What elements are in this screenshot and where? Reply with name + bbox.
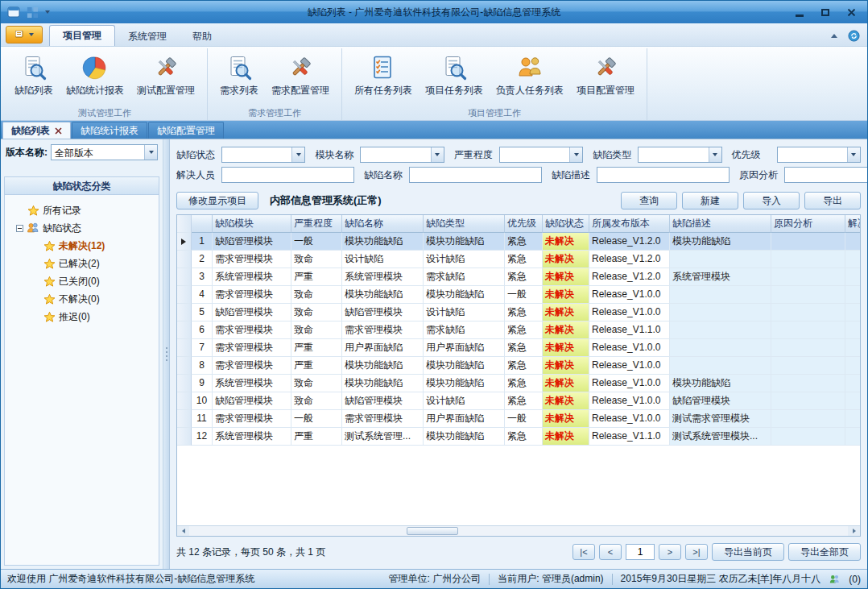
grid-cell-1-8 xyxy=(771,251,845,268)
version-select[interactable]: 全部版本 xyxy=(51,144,158,160)
filter-combo-r1-2[interactable] xyxy=(499,147,583,163)
last-page-button[interactable]: >| xyxy=(685,544,708,560)
ribbon-button-0-1[interactable]: 缺陷统计报表 xyxy=(60,50,130,106)
ribbon-tab-0[interactable]: 项目管理 xyxy=(49,25,115,46)
tree-item-4[interactable]: 已关闭(0) xyxy=(6,272,157,290)
ribbon-button-2-1[interactable]: 项目任务列表 xyxy=(419,50,490,106)
dropdown-icon[interactable] xyxy=(431,147,444,162)
column-header-3[interactable]: 缺陷类型 xyxy=(424,215,505,233)
column-header-0[interactable]: 缺陷模块 xyxy=(213,215,291,233)
column-header-4[interactable]: 优先级 xyxy=(505,215,543,233)
task-list-icon xyxy=(370,54,397,81)
tree-item-0[interactable]: 所有记录 xyxy=(6,201,157,219)
scrollbar-thumb[interactable] xyxy=(407,527,458,535)
import-button[interactable]: 导入 xyxy=(743,192,800,209)
first-page-button[interactable]: |< xyxy=(572,544,595,560)
ribbon-collapse-icon[interactable] xyxy=(827,29,841,42)
search-doc-icon xyxy=(225,54,253,81)
column-header-9[interactable]: 解决 xyxy=(845,215,860,233)
table-row[interactable]: 3系统管理模块严重系统管理模块需求缺陷紧急未解决Release_V1.2.0系统… xyxy=(177,268,860,286)
table-row[interactable]: 12系统管理模块严重测试系统管理...模块功能缺陷紧急未解决Release_V1… xyxy=(177,428,860,446)
page-number-input[interactable] xyxy=(626,544,655,560)
doc-tab-1[interactable]: 缺陷统计报表 xyxy=(72,122,147,139)
tree-item-2[interactable]: 未解决(12) xyxy=(6,237,157,255)
tree-item-6[interactable]: 推迟(0) xyxy=(6,308,157,326)
column-header-7[interactable]: 缺陷描述 xyxy=(670,215,771,233)
tree-item-3[interactable]: 已解决(2) xyxy=(6,255,157,272)
scrollbar-track[interactable] xyxy=(189,526,848,536)
table-row[interactable]: 9系统管理模块致命模块功能缺陷模块功能缺陷紧急未解决Release_V1.0.0… xyxy=(177,375,860,392)
table-row[interactable]: 10缺陷管理模块致命缺陷管理模块设计缺陷紧急未解决Release_V1.0.0缺… xyxy=(177,392,860,410)
filter-input-r2-1[interactable] xyxy=(409,167,542,183)
grid-cell-0-2: 模块功能缺陷 xyxy=(342,233,424,251)
ribbon-button-2-3[interactable]: 项目配置管理 xyxy=(570,50,641,106)
table-row[interactable]: 5缺陷管理模块致命缺陷管理模块设计缺陷紧急未解决Release_V1.0.0 xyxy=(177,304,860,321)
dropdown-icon[interactable] xyxy=(847,147,860,162)
ribbon-button-2-0[interactable]: 所有任务列表 xyxy=(348,50,419,106)
tree-item-5[interactable]: 不解决(0) xyxy=(6,290,157,308)
table-row[interactable]: 4需求管理模块致命模块功能缺陷模块功能缺陷一般未解决Release_V1.0.0 xyxy=(177,286,860,304)
new-button[interactable]: 新建 xyxy=(682,192,738,209)
filter-field-r2-1: 缺陷名称 xyxy=(364,166,542,184)
table-row[interactable]: 2需求管理模块致命设计缺陷设计缺陷紧急未解决Release_V1.2.0 xyxy=(177,251,860,268)
ribbon-tab-2[interactable]: 帮助 xyxy=(180,27,225,46)
column-header-6[interactable]: 所属发布版本 xyxy=(589,215,670,233)
sidebar-splitter[interactable] xyxy=(163,139,170,569)
table-row[interactable]: 1缺陷管理模块一般模块功能缺陷模块功能缺陷紧急未解决Release_V1.2.0… xyxy=(177,233,860,251)
doc-tab-2[interactable]: 缺陷配置管理 xyxy=(148,122,224,139)
grid-rows-area: 缺陷模块严重程度缺陷名称缺陷类型优先级缺陷状态所属发布版本缺陷描述原因分析解决1… xyxy=(177,215,860,525)
table-row[interactable]: 7需求管理模块严重用户界面缺陷用户界面缺陷紧急未解决Release_V1.0.0 xyxy=(177,339,860,357)
query-button[interactable]: 查询 xyxy=(621,192,677,209)
version-dropdown-icon[interactable] xyxy=(144,145,157,160)
tab-close-icon[interactable] xyxy=(55,127,62,135)
ribbon-tab-1[interactable]: 系统管理 xyxy=(115,27,180,46)
grid-cell-4-3: 设计缺陷 xyxy=(424,304,505,321)
grid-cell-10-8 xyxy=(771,410,845,428)
filter-combo-r1-4[interactable] xyxy=(777,147,861,163)
minimize-button[interactable] xyxy=(787,3,812,21)
close-button[interactable] xyxy=(838,3,864,21)
ribbon-button-1-1[interactable]: 需求配置管理 xyxy=(265,50,336,106)
scroll-left-icon[interactable] xyxy=(177,526,189,536)
export-button[interactable]: 导出 xyxy=(804,192,861,209)
export-all-pages-button[interactable]: 导出全部页 xyxy=(788,543,861,561)
grid-cell-6-5: 未解决 xyxy=(543,339,589,357)
filter-input-r2-2[interactable] xyxy=(597,167,730,183)
filter-combo-r1-0[interactable] xyxy=(221,147,305,163)
column-header-8[interactable]: 原因分析 xyxy=(771,215,845,233)
filter-combo-r1-1[interactable] xyxy=(360,147,444,163)
ribbon-button-1-0[interactable]: 需求列表 xyxy=(213,50,265,106)
app-logo-icon[interactable] xyxy=(6,5,22,19)
app-menu-button[interactable] xyxy=(6,26,43,44)
tree-item-1[interactable]: 缺陷状态 xyxy=(6,219,157,237)
column-header-1[interactable]: 严重程度 xyxy=(291,215,342,233)
maximize-button[interactable] xyxy=(812,3,838,21)
quick-access-dropdown-icon[interactable] xyxy=(43,10,52,14)
column-header-5[interactable]: 缺陷状态 xyxy=(543,215,589,233)
table-row[interactable]: 11需求管理模块一般需求管理模块用户界面缺陷一般未解决Release_V1.0.… xyxy=(177,410,860,428)
filter-combo-r1-3[interactable] xyxy=(638,147,721,163)
filter-input-r2-0[interactable] xyxy=(221,167,354,183)
ribbon-button-2-2[interactable]: 负责人任务列表 xyxy=(490,50,570,106)
ribbon-button-0-0[interactable]: 缺陷列表 xyxy=(8,50,60,106)
help-icon[interactable] xyxy=(846,29,861,42)
window-list-icon[interactable] xyxy=(24,5,40,19)
table-row[interactable]: 8需求管理模块严重模块功能缺陷模块功能缺陷紧急未解决Release_V1.0.0 xyxy=(177,357,860,375)
table-row[interactable]: 6需求管理模块致命需求管理模块需求缺陷紧急未解决Release_V1.1.0 xyxy=(177,321,860,339)
export-current-page-button[interactable]: 导出当前页 xyxy=(712,543,784,561)
next-page-button[interactable]: > xyxy=(659,544,681,560)
dropdown-icon[interactable] xyxy=(709,147,721,162)
filter-input-r2-3[interactable] xyxy=(784,167,867,183)
ribbon-button-0-2[interactable]: 测试配置管理 xyxy=(130,50,201,106)
tree-expander-icon[interactable] xyxy=(16,225,23,232)
horizontal-scrollbar[interactable] xyxy=(177,525,860,536)
dropdown-icon[interactable] xyxy=(569,147,582,162)
prev-page-button[interactable]: < xyxy=(599,544,622,560)
window-controls xyxy=(787,3,867,21)
modify-columns-button[interactable]: 修改显示项目 xyxy=(176,192,258,209)
scroll-right-icon[interactable] xyxy=(848,526,860,536)
doc-tab-0[interactable]: 缺陷列表 xyxy=(2,122,71,139)
dropdown-icon[interactable] xyxy=(291,147,304,162)
column-header-2[interactable]: 缺陷名称 xyxy=(342,215,424,233)
filter-combo-value xyxy=(222,147,291,162)
